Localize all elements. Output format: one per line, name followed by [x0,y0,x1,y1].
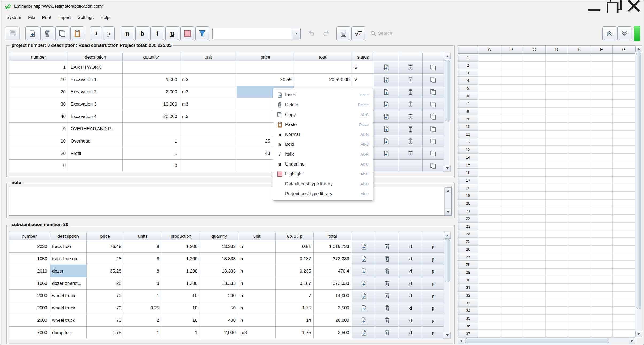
row-insert-button[interactable] [374,123,398,135]
sheet-row-header-15[interactable]: 15 [458,161,478,169]
sheet-cell[interactable] [523,85,546,92]
context-menu-item-normal[interactable]: nNormalAlt-N [273,129,373,139]
cell-price[interactable] [237,61,294,74]
cell-unit[interactable]: h [238,240,276,253]
row-insert-button[interactable] [374,147,398,160]
sheet-cell[interactable] [546,253,568,261]
row-insert-button[interactable] [352,327,375,339]
cell-quantity[interactable] [123,61,180,74]
sheet-cell[interactable] [613,207,635,215]
scroll-up-button[interactable] [635,46,642,52]
row-delete-button[interactable] [398,98,423,110]
filter-button[interactable] [195,26,209,40]
row-copy-button[interactable] [423,147,444,160]
cell-price[interactable]: 28 [87,277,124,290]
cell-number[interactable]: 20 [9,86,68,98]
sheet-cell[interactable] [523,200,546,207]
sheet-cell[interactable] [568,315,590,322]
context-menu-item-italic[interactable]: iItalicAlt-R [273,149,373,159]
sheet-cell[interactable] [568,54,590,62]
menu-import[interactable]: Import [55,13,74,22]
sheet-cell[interactable] [478,192,501,200]
cell-production[interactable]: 10 [162,302,200,314]
sheet-cell[interactable] [523,253,546,261]
sheet-cell[interactable] [501,238,523,246]
bold-button[interactable]: b [135,26,149,40]
paste-button[interactable] [70,26,84,40]
sheet-cell[interactable] [546,261,568,269]
cell-number[interactable]: 2030 [9,240,50,253]
collapse-up-button[interactable] [602,26,616,40]
menu-settings[interactable]: Settings [74,13,97,22]
sheet-cell[interactable] [478,169,501,177]
cell-unit[interactable]: h [238,314,276,327]
sheet-cell[interactable] [568,62,590,69]
sheet-cell[interactable] [546,184,568,192]
normal-button[interactable]: n [121,26,134,40]
cell-unit[interactable]: h [238,277,276,290]
scroll-down-button[interactable] [445,209,451,215]
sheet-cell[interactable] [478,284,501,292]
sheet-cell[interactable] [590,230,613,238]
cell-production[interactable]: 1 [162,327,200,339]
sheet-cell[interactable] [478,299,501,307]
sheet-cell[interactable] [568,299,590,307]
sheet-cell[interactable] [523,62,546,69]
sheet-cell[interactable] [523,146,546,154]
sheet-cell[interactable] [478,200,501,207]
sheet-cell[interactable] [590,207,613,215]
sheet-cell[interactable] [501,177,523,184]
sheet-cell[interactable] [546,62,568,69]
sheet-cell[interactable] [523,230,546,238]
cell-unit[interactable] [180,147,237,160]
sheet-cell[interactable] [478,238,501,246]
sheet-cell[interactable] [478,276,501,284]
sheet-cell[interactable] [590,169,613,177]
sheet-cell[interactable] [568,184,590,192]
cell-number[interactable]: 2010 [9,265,50,277]
cell-total[interactable]: 3,500 [314,302,352,314]
row-delete-button[interactable] [375,327,399,339]
sheet-cell[interactable] [478,161,501,169]
sheet-cell[interactable] [613,138,635,146]
cell-exup[interactable]: 0.187 [276,277,314,290]
cell-unit[interactable]: m3 [180,110,237,123]
cell-price[interactable]: 20.59 [237,74,294,86]
italic-button[interactable]: i [150,26,164,40]
row-delete-button[interactable] [398,86,423,98]
sheet-cell[interactable] [568,138,590,146]
cell-units[interactable]: 8 [124,277,162,290]
cell-quantity[interactable]: 13.333 [200,265,238,277]
sheet-cell[interactable] [523,292,546,299]
column-header-total[interactable]: total [294,53,352,61]
sheet-cell[interactable] [613,246,635,253]
sheet-cell[interactable] [546,138,568,146]
cell-price[interactable]: 70 [87,290,124,302]
sheet-cell[interactable] [590,69,613,77]
sheet-cell[interactable] [478,62,501,69]
sheet-cell[interactable] [590,85,613,92]
sheet-row-header-11[interactable]: 11 [458,131,478,138]
cell-units[interactable]: 2 [124,314,162,327]
sheet-cell[interactable] [613,92,635,100]
sheet-cell[interactable] [546,161,568,169]
column-header-description[interactable]: description [50,232,87,240]
cell-quantity[interactable]: 1,000 [123,74,180,86]
sheet-cell[interactable] [590,115,613,123]
sheet-cell[interactable] [523,276,546,284]
sheet-cell[interactable] [478,138,501,146]
sheet-cell[interactable] [568,207,590,215]
sheet-cell[interactable] [523,54,546,62]
scrollbar-track[interactable] [444,59,451,165]
sheet-cell[interactable] [501,253,523,261]
sheet-cell[interactable] [523,138,546,146]
sheet-cell[interactable] [501,315,523,322]
sheet-cell[interactable] [568,330,590,337]
sheet-cell[interactable] [568,230,590,238]
sheet-cell[interactable] [478,292,501,299]
sheet-cell[interactable] [501,230,523,238]
sheet-cell[interactable] [478,77,501,85]
sheet-cell[interactable] [478,54,501,62]
cell-exup[interactable]: 1.75 [276,327,314,339]
sheet-cell[interactable] [568,238,590,246]
